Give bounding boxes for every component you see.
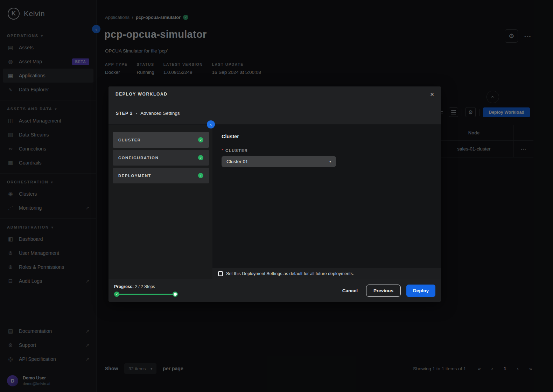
modal-panel: Cluster * CLUSTER Cluster 01 ▾ Set this … xyxy=(212,125,441,279)
progress-end-dot xyxy=(173,292,178,297)
panel-heading: Cluster xyxy=(222,134,432,139)
required-asterisk: * xyxy=(222,148,223,153)
step-item-label: CONFIGURATION xyxy=(118,156,159,160)
modal-title: DEPLOY WORKLOAD xyxy=(115,92,167,97)
modal-header: DEPLOY WORKLOAD × xyxy=(108,86,441,102)
app-root: K Kelvin OPERATIONS ▾ ▤ Assets ◍ Asset M… xyxy=(0,0,553,392)
modal-step-indicator: STEP 2 • Advanced Settings xyxy=(108,102,441,125)
step-item-label: DEPLOYMENT xyxy=(118,174,151,178)
progress-label-strong: Progress: xyxy=(114,284,134,289)
check-circle-icon: ✓ xyxy=(198,155,203,160)
progress-bar: ✓ xyxy=(114,292,178,297)
step-name: Advanced Settings xyxy=(140,111,180,116)
modal-body: ‹ CLUSTER ✓ CONFIGURATION ✓ DEPLOYMENT ✓ xyxy=(108,125,441,279)
previous-button[interactable]: Previous xyxy=(366,285,401,297)
close-icon[interactable]: × xyxy=(430,91,434,98)
check-circle-icon: ✓ xyxy=(198,137,203,142)
check-circle-icon: ✓ xyxy=(198,173,203,178)
steps-collapse-button[interactable]: ‹ xyxy=(207,120,215,128)
default-settings-checkbox[interactable] xyxy=(218,271,223,276)
cluster-field-label-row: * CLUSTER xyxy=(222,148,432,153)
step-item-cluster[interactable]: CLUSTER ✓ xyxy=(113,132,209,148)
progress: Progress: 2 / 2 Steps ✓ xyxy=(114,284,184,297)
bullet-icon: • xyxy=(136,111,137,115)
checkbox-label: Set this Deployment Settings as default … xyxy=(226,271,354,276)
progress-label: Progress: 2 / 2 Steps xyxy=(114,284,184,289)
cluster-select-value: Cluster 01 xyxy=(226,159,248,164)
progress-start-check-icon: ✓ xyxy=(114,292,119,297)
step-item-configuration[interactable]: CONFIGURATION ✓ xyxy=(113,150,209,166)
default-settings-row: Set this Deployment Settings as default … xyxy=(212,268,441,279)
chevron-left-icon: ‹ xyxy=(210,122,212,127)
chevron-down-icon: ▾ xyxy=(329,160,331,163)
step-item-deployment[interactable]: DEPLOYMENT ✓ xyxy=(113,168,209,183)
modal-buttons: Cancel Previous Deploy xyxy=(340,285,435,297)
cluster-select[interactable]: Cluster 01 ▾ xyxy=(222,156,336,167)
field-label: CLUSTER xyxy=(225,148,248,153)
deploy-button[interactable]: Deploy xyxy=(406,285,435,297)
modal-steps-list: CLUSTER ✓ CONFIGURATION ✓ DEPLOYMENT ✓ xyxy=(108,125,212,279)
deploy-workload-modal: DEPLOY WORKLOAD × STEP 2 • Advanced Sett… xyxy=(108,86,441,302)
modal-footer: Progress: 2 / 2 Steps ✓ Cancel Previous … xyxy=(108,279,441,302)
progress-line xyxy=(117,294,175,295)
cancel-button[interactable]: Cancel xyxy=(340,285,360,296)
step-number: STEP 2 xyxy=(116,111,133,116)
step-item-label: CLUSTER xyxy=(118,138,141,142)
progress-value: 2 / 2 Steps xyxy=(135,284,155,289)
cluster-panel: Cluster * CLUSTER Cluster 01 ▾ xyxy=(212,125,441,268)
